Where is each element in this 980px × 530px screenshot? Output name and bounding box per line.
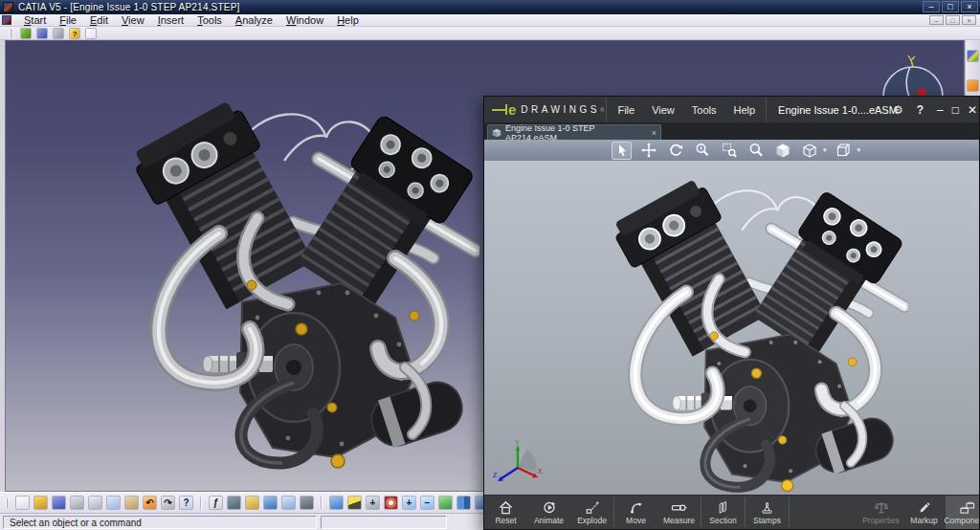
redo-icon[interactable]: ↷: [161, 496, 175, 510]
ed-3d-viewport[interactable]: Y X Z: [484, 161, 979, 497]
menu-start[interactable]: Start: [17, 14, 53, 26]
toolbar-separator: [321, 497, 323, 509]
view-orientation-tool[interactable]: [799, 142, 819, 160]
catia-menu-bar: Start File Edit View Insert Tools Analyz…: [0, 14, 980, 27]
whats-this-help-icon[interactable]: ?: [179, 496, 193, 510]
new-document-icon[interactable]: [15, 496, 30, 510]
search-binoculars-icon[interactable]: [227, 496, 241, 510]
zoom-area-tool[interactable]: [719, 142, 739, 160]
open-folder-icon[interactable]: [33, 496, 48, 510]
gear-icon[interactable]: ⚙: [893, 103, 903, 117]
reset-button[interactable]: Reset: [484, 496, 527, 529]
catia-compass[interactable]: [878, 49, 945, 97]
menu-edit[interactable]: Edit: [83, 14, 115, 26]
move-button[interactable]: Move: [614, 496, 657, 529]
select-pointer-icon[interactable]: [967, 79, 979, 92]
rotate-icon[interactable]: [384, 496, 398, 510]
menu-help[interactable]: Help: [330, 14, 366, 26]
markup-button[interactable]: Markup: [902, 496, 946, 529]
menu-insert[interactable]: Insert: [151, 14, 191, 26]
product-structure-icon[interactable]: [281, 496, 296, 510]
measure-button[interactable]: Measure: [657, 496, 701, 529]
paste-icon[interactable]: [124, 496, 139, 510]
mdi-close-button[interactable]: ×: [962, 15, 976, 25]
ed-tab-close-icon[interactable]: ×: [652, 128, 657, 138]
svg-text:Z: Z: [493, 472, 498, 478]
workbench-link-icon[interactable]: [20, 28, 32, 39]
engine-model-catia: [97, 87, 479, 472]
print-manager-icon[interactable]: [53, 28, 64, 39]
design-table-icon[interactable]: [263, 496, 278, 510]
copy-icon[interactable]: [106, 496, 121, 510]
toolbar-separator: [200, 497, 202, 509]
stamps-button[interactable]: Stamps: [746, 496, 789, 529]
pan-icon[interactable]: +: [366, 496, 380, 510]
restore-button[interactable]: □: [942, 1, 959, 12]
status-field: [321, 516, 447, 529]
ed-close-button[interactable]: ✕: [968, 103, 977, 117]
catia-window-title: CATIA V5 - [Engine Issue 1-0 STEP AP214.…: [18, 2, 240, 12]
print-icon[interactable]: [70, 496, 84, 510]
menu-analyze[interactable]: Analyze: [229, 14, 279, 26]
workbench-current-icon[interactable]: [967, 50, 979, 62]
orientation-triad: Y X Z: [492, 439, 544, 491]
help-icon[interactable]: ?: [917, 103, 924, 117]
logo-arrow-icon: [492, 109, 505, 111]
svg-text:Y: Y: [515, 439, 520, 446]
section-button[interactable]: Section: [702, 496, 745, 529]
edrawings-logo: e DRAWINGS ®: [492, 103, 604, 117]
animate-button[interactable]: Animate: [527, 496, 570, 529]
multi-viewports-icon[interactable]: [457, 496, 471, 510]
menu-view[interactable]: View: [115, 14, 151, 26]
catalog-icon[interactable]: [300, 496, 314, 510]
ed-maximize-button[interactable]: □: [952, 103, 959, 117]
properties-button: Properties: [859, 496, 902, 529]
ed-tab-bar: Engine Issue 1-0 STEP AP214.eASM ×: [484, 122, 979, 140]
ed-view-toolbar: ▾ ▾: [484, 140, 979, 161]
ed-menu-tools[interactable]: Tools: [683, 98, 725, 122]
menu-tools[interactable]: Tools: [190, 14, 229, 26]
ed-document-tab[interactable]: Engine Issue 1-0 STEP AP214.eASM ×: [487, 124, 661, 140]
view-orientation-dropdown-icon[interactable]: ▾: [823, 146, 827, 154]
rotate-tool[interactable]: [665, 142, 685, 160]
edrawings-window: e DRAWINGS ® File View Tools Help Engine…: [483, 96, 980, 530]
knowledge-key-icon[interactable]: [245, 496, 259, 510]
ed-menu-help[interactable]: Help: [724, 98, 764, 122]
edrawings-title-bar: e DRAWINGS ® File View Tools Help Engine…: [484, 97, 979, 122]
zoom-tool[interactable]: [746, 142, 766, 160]
drawing-views-tool[interactable]: [834, 142, 854, 160]
ed-menu-file[interactable]: File: [609, 98, 643, 122]
minimize-button[interactable]: –: [923, 1, 940, 12]
select-tool[interactable]: [612, 142, 632, 160]
catia-standard-toolbar: ?: [0, 27, 980, 40]
cut-icon[interactable]: [88, 496, 102, 510]
zoom-out-icon[interactable]: −: [420, 496, 434, 510]
menu-file[interactable]: File: [53, 14, 83, 26]
pan-tool[interactable]: [638, 142, 658, 160]
mdi-restore-button[interactable]: □: [946, 15, 960, 25]
normal-view-icon[interactable]: [438, 496, 453, 510]
components-button[interactable]: Components: [946, 496, 980, 529]
shaded-view-tool[interactable]: [772, 142, 792, 160]
fly-mode-icon[interactable]: [329, 496, 344, 510]
menu-window[interactable]: Window: [279, 14, 330, 26]
engine-model-edrawings: [580, 168, 910, 494]
toolbar-grip[interactable]: [6, 498, 8, 508]
ed-menu-view[interactable]: View: [643, 98, 683, 122]
zoom-previous-tool[interactable]: [692, 142, 712, 160]
help-icon[interactable]: ?: [69, 28, 80, 39]
save-icon[interactable]: [36, 28, 48, 39]
save-icon[interactable]: [52, 496, 66, 510]
drawing-views-dropdown-icon[interactable]: ▾: [858, 146, 861, 154]
publish-icon[interactable]: ↑: [873, 102, 880, 117]
zoom-in-icon[interactable]: +: [402, 496, 416, 510]
toolbar-grip[interactable]: [10, 29, 11, 38]
mdi-minimize-button[interactable]: –: [929, 15, 944, 25]
compass-snap-icon[interactable]: [347, 496, 362, 510]
explode-button[interactable]: Explode: [570, 496, 613, 529]
new-document-icon[interactable]: [85, 28, 97, 39]
close-button[interactable]: ×: [961, 1, 978, 12]
ed-minimize-button[interactable]: –: [937, 103, 944, 117]
formula-icon[interactable]: ƒ: [209, 496, 223, 510]
undo-icon[interactable]: ↶: [143, 496, 157, 510]
